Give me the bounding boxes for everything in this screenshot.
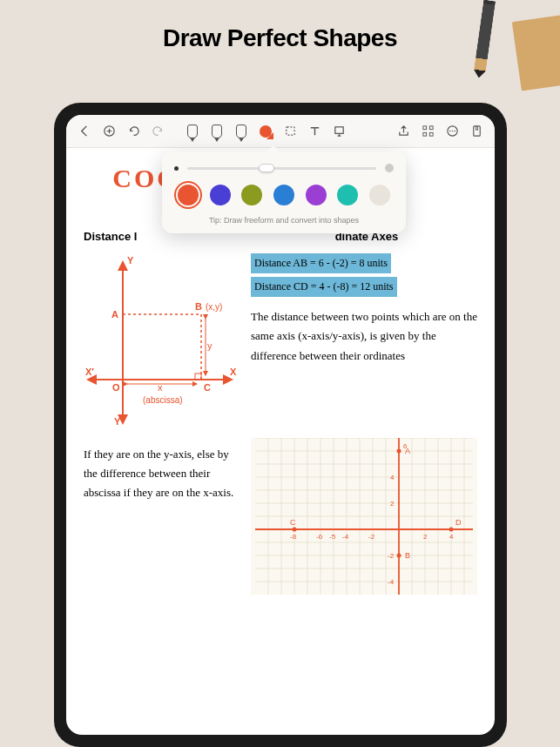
svg-text:-6: -6 — [316, 533, 323, 541]
svg-rect-1 — [286, 127, 293, 135]
apps-button[interactable] — [416, 120, 439, 143]
svg-text:4: 4 — [390, 474, 395, 481]
distance-cd: Distance CD = 4 - (-8) = 12 units — [251, 277, 397, 297]
pen-tool-2[interactable] — [206, 120, 228, 143]
color-blue[interactable] — [273, 185, 294, 205]
add-button[interactable] — [98, 120, 120, 143]
bookmark-button[interactable] — [465, 120, 488, 143]
redo-button[interactable] — [146, 120, 169, 143]
svg-rect-11 — [473, 126, 480, 136]
svg-text:-4: -4 — [388, 578, 395, 586]
toolbar — [66, 115, 495, 148]
svg-text:Y′: Y′ — [114, 416, 123, 427]
pen-tool-1[interactable] — [181, 120, 204, 143]
svg-text:-8: -8 — [290, 533, 297, 541]
ipad-frame: Tip: Draw freeform and convert into shap… — [54, 103, 507, 747]
share-button[interactable] — [392, 120, 415, 143]
svg-text:y: y — [207, 340, 213, 351]
popup-tip: Tip: Draw freeform and convert into shap… — [174, 216, 394, 225]
svg-rect-18 — [195, 374, 201, 380]
lasso-tool[interactable] — [279, 120, 301, 143]
color-teal[interactable] — [337, 185, 358, 205]
svg-rect-6 — [429, 132, 433, 136]
svg-text:C: C — [204, 382, 211, 393]
svg-rect-2 — [334, 127, 342, 134]
app-screen: Tip: Draw freeform and convert into shap… — [66, 115, 495, 735]
color-olive[interactable] — [241, 185, 262, 205]
svg-text:2: 2 — [390, 500, 395, 508]
svg-text:(x,y): (x,y) — [206, 302, 222, 312]
color-indigo[interactable] — [210, 185, 231, 205]
paragraph-1: The distance between two points which ar… — [251, 307, 477, 365]
color-picker — [174, 185, 394, 205]
pen-tool-3[interactable] — [230, 120, 253, 143]
color-orange[interactable] — [178, 185, 199, 205]
coordinate-diagram: Y Y′ X X′ O A B (x,y) C x (abscissa) y — [84, 253, 240, 427]
color-blank[interactable] — [369, 185, 390, 205]
svg-text:-4: -4 — [342, 533, 349, 541]
svg-text:B: B — [405, 551, 410, 560]
slider-min-icon — [174, 166, 179, 171]
svg-text:-2: -2 — [368, 533, 375, 541]
svg-text:X′: X′ — [85, 367, 94, 377]
text-tool[interactable] — [303, 120, 326, 143]
svg-text:A: A — [111, 309, 118, 320]
svg-text:O: O — [112, 382, 120, 393]
subtitle-left: Distance I — [84, 230, 137, 243]
svg-rect-3 — [422, 126, 426, 130]
size-slider[interactable] — [174, 164, 394, 172]
svg-text:X: X — [230, 367, 237, 377]
distance-ab: Distance AB = 6 - (-2) = 8 units — [251, 253, 391, 273]
paragraph-2: If they are on the y-axis, else by the d… — [84, 445, 240, 595]
svg-text:-2: -2 — [388, 552, 395, 560]
svg-text:(abscissa): (abscissa) — [143, 395, 183, 405]
undo-button[interactable] — [122, 120, 145, 143]
svg-point-63 — [397, 449, 401, 454]
svg-point-9 — [451, 131, 453, 132]
svg-text:C: C — [290, 518, 296, 527]
shape-popup: Tip: Draw freeform and convert into shap… — [162, 151, 406, 233]
back-button[interactable] — [73, 120, 96, 143]
slider-thumb[interactable] — [259, 164, 274, 172]
svg-rect-5 — [422, 132, 426, 136]
grid-chart: A 6 B C D -8 -6 -5 -4 -2 2 4 — [251, 438, 477, 595]
slider-track[interactable] — [187, 167, 376, 170]
document-content: COO RDINATE GEOME TRY Distance I dinate … — [66, 148, 495, 735]
presentation-tool[interactable] — [327, 120, 350, 143]
shape-tool[interactable] — [254, 120, 277, 143]
svg-point-70 — [449, 528, 454, 532]
svg-text:Y: Y — [127, 255, 134, 266]
svg-text:4: 4 — [449, 533, 454, 541]
svg-text:D: D — [455, 518, 462, 527]
svg-text:2: 2 — [423, 533, 428, 541]
svg-point-10 — [454, 131, 455, 132]
color-purple[interactable] — [306, 185, 327, 205]
svg-text:-5: -5 — [329, 533, 336, 541]
svg-point-68 — [293, 528, 297, 532]
svg-point-8 — [449, 131, 450, 132]
right-notes: Distance AB = 6 - (-2) = 8 units Distanc… — [251, 253, 477, 427]
svg-point-66 — [397, 554, 401, 558]
ruler-prop — [512, 14, 560, 91]
svg-text:B: B — [195, 301, 202, 312]
svg-text:6: 6 — [403, 442, 408, 450]
svg-rect-4 — [429, 126, 433, 130]
more-button[interactable] — [441, 120, 463, 143]
slider-max-icon — [385, 164, 394, 172]
